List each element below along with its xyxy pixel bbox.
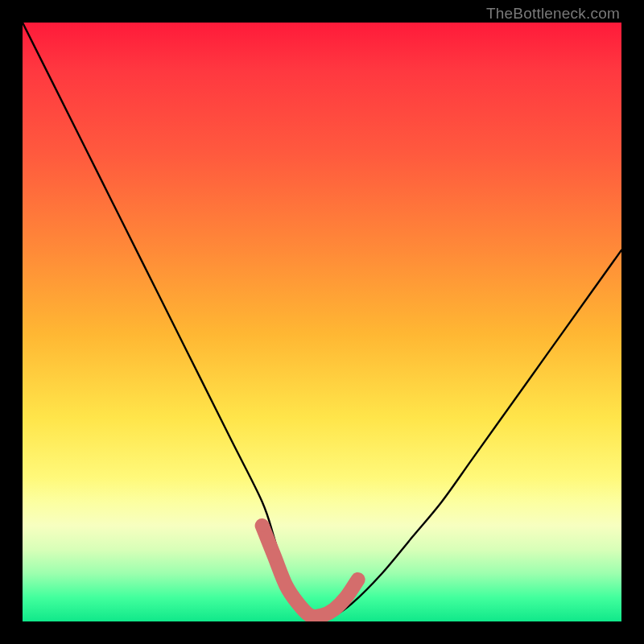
- chart-frame: TheBottleneck.com: [0, 0, 644, 644]
- trough-dot: [256, 519, 269, 532]
- curve-layer: [23, 23, 621, 621]
- trough-highlight: [262, 526, 358, 617]
- plot-area: [23, 23, 621, 621]
- watermark-text: TheBottleneck.com: [486, 5, 620, 23]
- bottleneck-curve: [23, 23, 621, 617]
- trough-dot: [267, 549, 280, 562]
